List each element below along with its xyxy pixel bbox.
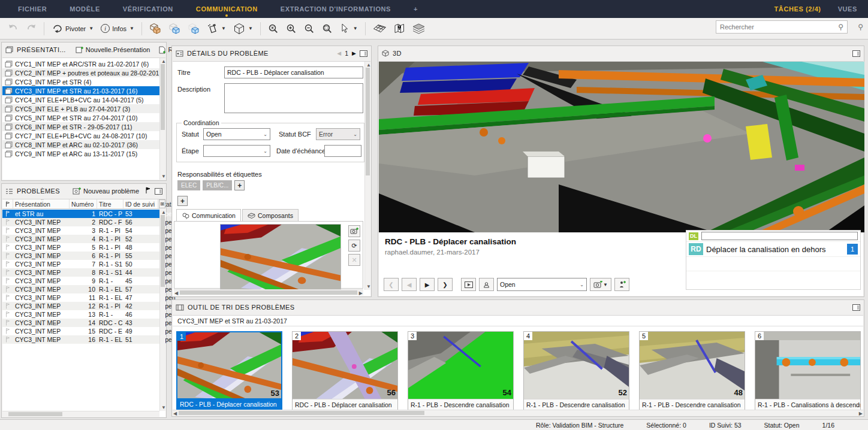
echeance-input[interactable] [324, 145, 361, 157]
viewpoint-person-button[interactable] [614, 278, 629, 291]
add-responsibility-button[interactable]: + [177, 196, 188, 206]
details-scrollbar[interactable]: ▲ ▼ [364, 62, 370, 290]
presentation-item[interactable]: CYC8_INT MEP et ARC au 02-10-2017 (36) [2, 140, 159, 149]
add-snapshot-button[interactable] [348, 225, 360, 237]
grid-surface-button[interactable] [370, 20, 390, 37]
undo-button[interactable] [5, 20, 22, 37]
layers-button[interactable] [409, 20, 428, 37]
panel-layout-icon[interactable] [360, 50, 367, 57]
issue-thumbnail[interactable]: 6R-1 - PLB - Canalisations à descendre. [755, 331, 861, 411]
problem-row[interactable]: CYC3_INT MEP13R-1 -46Open [2, 310, 159, 319]
select-cursor-button[interactable]: ▼ [337, 20, 361, 37]
presentation-item[interactable]: CYC7_INT ELE+PLB+CVC au 24-08-2017 (10) [2, 131, 159, 140]
problem-row[interactable]: et STR au1RDC - P53Open [2, 210, 159, 218]
row-flag-icon[interactable] [2, 210, 13, 218]
presentations-scrollbar[interactable]: ▲ ▼ [159, 58, 165, 180]
presentation-item[interactable]: CYC5_INT MEP et STR au 27-04-2017 (10) [2, 113, 159, 122]
row-flag-icon[interactable] [2, 226, 13, 235]
issue-thumbnail[interactable]: 256RDC - PLB - Déplacer canalisation [292, 331, 398, 411]
menu-item-v-rification[interactable]: VÉRIFICATION [123, 0, 173, 18]
snapshot-camera-button[interactable]: ▼ [590, 278, 611, 291]
search-input[interactable] [720, 23, 838, 31]
issue-thumbnail[interactable]: 153RDC - PLB - Déplacer canalisation [176, 331, 282, 411]
tag-plb[interactable]: PLB/C... [203, 180, 232, 190]
collapse-chevron-icon[interactable]: ⌄ [855, 402, 860, 408]
description-input[interactable] [224, 83, 363, 113]
row-flag-icon[interactable] [2, 268, 13, 277]
details-hscrollbar[interactable]: ◀ ▶ [174, 289, 363, 295]
problem-row[interactable]: CYC3_INT MEP9R-1 -45Open [2, 277, 159, 285]
next-problem-button[interactable]: ▶ [352, 50, 356, 56]
column-presentation[interactable]: ^Présentation [13, 199, 70, 208]
menu-item-communication[interactable]: COMMUNICATION [196, 0, 258, 18]
problem-row[interactable]: CYC3_INT MEP12R-1 - Pl42Open [2, 302, 159, 310]
first-issue-button[interactable]: ❮ [384, 278, 399, 291]
issue-snapshot[interactable] [220, 224, 341, 291]
row-flag-icon[interactable] [2, 293, 13, 302]
presentation-item[interactable]: CYC9_INT MEP et ARC au 13-11-2017 (15) [2, 149, 159, 158]
menu-item-+[interactable]: + [414, 0, 418, 18]
tab-communication[interactable]: Communication [176, 209, 241, 222]
tab-composants[interactable]: Composants [242, 209, 299, 222]
panel-layout-icon[interactable] [852, 304, 860, 311]
presentation-item[interactable]: CYC3_INT MEP et STR au 21-03-2017 (16) [2, 86, 159, 95]
sorter-hscrollbar[interactable]: ◀ ▶ [173, 410, 863, 416]
row-flag-icon[interactable] [2, 285, 13, 293]
issue-thumbnail[interactable]: 354R-1 - PLB - Descendre canalisation [408, 331, 514, 411]
menu-item-fichier[interactable]: FICHIER [18, 0, 47, 18]
refresh-snapshot-button[interactable]: ⟳ [348, 240, 360, 252]
next-issue-button[interactable]: ❯ [438, 278, 453, 291]
row-flag-icon[interactable] [2, 218, 13, 226]
zoom-in-button[interactable] [283, 20, 300, 37]
slideshow-button[interactable] [461, 278, 476, 291]
presentation-item[interactable]: CYC6_INT MEP et STR - 29-05-2017 (11) [2, 122, 159, 131]
play-button[interactable]: ▶ [420, 278, 435, 291]
row-flag-icon[interactable] [2, 319, 13, 327]
annotation-row[interactable]: DL [686, 231, 860, 242]
problem-row[interactable]: CYC3_INT MEP6R-1 - Pl55Open [2, 252, 159, 260]
color-components-button[interactable]: ▼ [204, 20, 229, 37]
problem-row[interactable]: CYC3_INT MEP16R-1 - EL51Open [2, 335, 159, 344]
problem-row[interactable]: CYC3_INT MEP2RDC - F56Open [2, 218, 159, 226]
issue-thumbnail[interactable]: 452R-1 - PLB - Descendre canalisation [523, 331, 629, 411]
statut-bcf-select[interactable]: Error⌄ [316, 128, 360, 140]
new-problem-button[interactable]: Nouveau problème [70, 185, 141, 197]
isolate-components-button[interactable] [146, 20, 164, 37]
zoom-window-button[interactable] [319, 20, 336, 37]
issue-thumbnail[interactable]: 548R-1 - PLB - Descendre canalisation [639, 331, 745, 411]
hide-components-button[interactable] [165, 20, 183, 37]
3d-viewport[interactable] [379, 62, 864, 232]
presentation-item[interactable]: CYC4_INT ELE+PLB+CVC au 14-04-2017 (5) [2, 95, 159, 104]
column-id[interactable]: ID de suivi [123, 199, 158, 208]
menu-item-vues[interactable]: VUES [838, 0, 857, 18]
menu-item-t-ches-2-4-[interactable]: TÂCHES (2/4) [774, 0, 821, 18]
issue-status-select[interactable]: Open⌄ [497, 278, 587, 291]
delete-snapshot-button[interactable]: ✕ [348, 254, 360, 266]
search-box[interactable]: ⚲ [716, 20, 848, 34]
redo-button[interactable] [23, 20, 40, 37]
show-components-button[interactable] [185, 20, 203, 37]
column-titre[interactable]: Titre [97, 199, 123, 208]
panel-layout-icon[interactable] [852, 50, 860, 57]
problem-row[interactable]: CYC3_INT MEP14RDC - C43Open [2, 319, 159, 327]
problem-row[interactable]: CYC3_INT MEP5R-1 - Pl48Open [2, 243, 159, 252]
presentation-item[interactable]: CYC1_INT MEP et ARC/STR au 21-02-2017 (6… [2, 59, 159, 68]
problem-row[interactable]: CYC3_INT MEP3R-1 - Pl54Open [2, 226, 159, 235]
row-flag-icon[interactable] [2, 327, 13, 335]
row-flag-icon[interactable] [2, 260, 13, 268]
problem-row[interactable]: CYC3_INT MEP4R-1 - Pl52Open [2, 235, 159, 243]
row-flag-icon[interactable] [2, 235, 13, 243]
problem-row[interactable]: CYC3_INT MEP15RDC - E49Open [2, 327, 159, 335]
titre-input[interactable]: RDC - PLB - Déplacer canalisation [224, 66, 363, 78]
menu-item-mod-le[interactable]: MODÈLE [70, 0, 100, 18]
problem-row[interactable]: CYC3_INT MEP8R-1 - S144Open [2, 268, 159, 277]
presentation-item[interactable]: CYC3_INT MEP et STR (4) [2, 77, 159, 86]
zoom-out-button[interactable] [301, 20, 318, 37]
row-flag-icon[interactable] [2, 310, 13, 319]
row-flag-icon[interactable] [2, 243, 13, 252]
row-flag-icon[interactable] [2, 277, 13, 285]
problems-scrollbar[interactable]: ▲ ▼ [159, 209, 165, 411]
column-numero[interactable]: Numéro [70, 199, 97, 208]
flag-filter-icon[interactable] [145, 187, 151, 195]
problem-row[interactable]: CYC3_INT MEP10R-1 - EL57Open [2, 285, 159, 293]
